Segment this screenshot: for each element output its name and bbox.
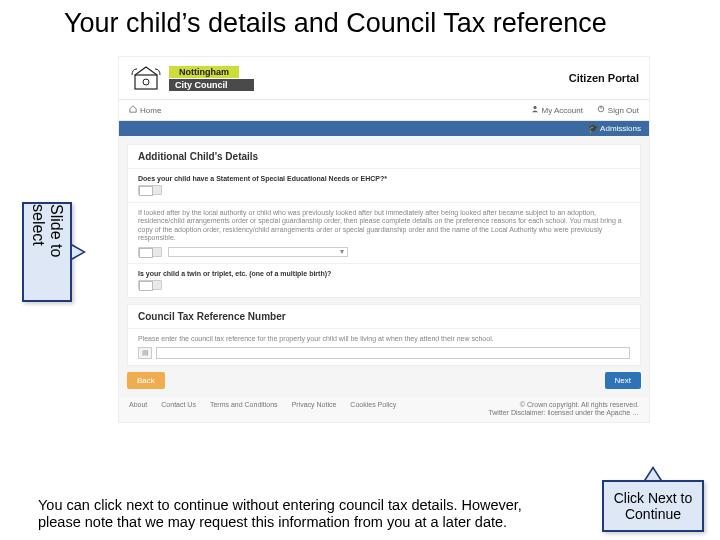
q2-toggle[interactable] [138, 247, 162, 257]
q1-label: Does your child have a Statement of Spec… [138, 175, 630, 182]
footer-about[interactable]: About [129, 401, 147, 418]
svg-point-2 [533, 106, 536, 109]
nottingham-badge: Nottingham [169, 66, 239, 78]
section-q3: Is your child a twin or triplet, etc. (o… [128, 263, 640, 297]
next-button[interactable]: Next [605, 372, 641, 389]
section-ctax: Please enter the council tax reference f… [128, 328, 640, 365]
footer-privacy[interactable]: Privacy Notice [292, 401, 337, 418]
nav-account-label: My Account [542, 106, 583, 115]
q1-toggle[interactable] [138, 185, 162, 195]
council-crest-icon [129, 63, 163, 93]
slide-caption: You can click next to continue without e… [38, 497, 558, 532]
ctax-reference-input[interactable] [156, 347, 630, 359]
card-additional-title: Additional Child's Details [128, 145, 640, 168]
footer-terms[interactable]: Terms and Conditions [210, 401, 278, 418]
svg-rect-0 [135, 75, 157, 89]
portal-actions: Back Next [127, 372, 641, 389]
footer-contact[interactable]: Contact Us [161, 401, 196, 418]
portal-header: Nottingham City Council Citizen Portal [119, 57, 649, 99]
ctax-hint: Please enter the council tax reference f… [138, 335, 630, 343]
footer-copyright: © Crown copyright. All rights reserved. … [488, 401, 639, 418]
svg-point-1 [143, 79, 149, 85]
footer-cookies[interactable]: Cookies Policy [350, 401, 396, 418]
portal-admissions-bar: 🎓 Admissions [119, 121, 649, 136]
home-icon [129, 105, 137, 115]
slide-container: Your child’s details and Council Tax ref… [0, 0, 720, 540]
portal-name: Citizen Portal [569, 72, 639, 84]
power-icon [597, 105, 605, 115]
document-icon: ▤ [138, 347, 152, 359]
portal-body: Additional Child's Details Does your chi… [119, 136, 649, 397]
council-badges: Nottingham City Council [169, 66, 254, 91]
section-q2: If looked after by the local authority o… [128, 202, 640, 263]
q3-toggle[interactable] [138, 280, 162, 290]
arrow-up-icon [644, 466, 662, 480]
section-q1: Does your child have a Statement of Spec… [128, 168, 640, 202]
card-ctax-title: Council Tax Reference Number [128, 305, 640, 328]
callout-left-text: Slide to select [29, 204, 65, 300]
city-council-badge: City Council [169, 79, 254, 91]
graduation-icon: 🎓 [588, 124, 598, 133]
portal-footer: About Contact Us Terms and Conditions Pr… [119, 397, 649, 422]
nav-account[interactable]: My Account [531, 105, 583, 115]
nav-signout[interactable]: Sign Out [597, 105, 639, 115]
portal-admissions-label: Admissions [600, 124, 641, 133]
slide-title: Your child’s details and Council Tax ref… [0, 0, 720, 43]
card-council-tax: Council Tax Reference Number Please ente… [127, 304, 641, 366]
person-icon [531, 105, 539, 115]
q2-description: If looked after by the local authority o… [138, 209, 630, 243]
citizen-portal-screenshot: Nottingham City Council Citizen Portal H… [118, 56, 650, 423]
portal-nav: Home My Account Sign Out [119, 99, 649, 121]
callout-right-text: Click Next to Continue [604, 490, 702, 522]
card-additional-details: Additional Child's Details Does your chi… [127, 144, 641, 298]
q2-authority-select[interactable] [168, 247, 348, 257]
callout-click-next: Click Next to Continue [602, 480, 704, 532]
q3-label: Is your child a twin or triplet, etc. (o… [138, 270, 630, 277]
callout-slide-to-select: Slide to select [22, 202, 72, 302]
nav-home[interactable]: Home [129, 105, 161, 115]
arrow-right-icon [72, 244, 86, 260]
ctax-input-row: ▤ [138, 347, 630, 359]
back-button[interactable]: Back [127, 372, 165, 389]
nav-signout-label: Sign Out [608, 106, 639, 115]
nav-home-label: Home [140, 106, 161, 115]
